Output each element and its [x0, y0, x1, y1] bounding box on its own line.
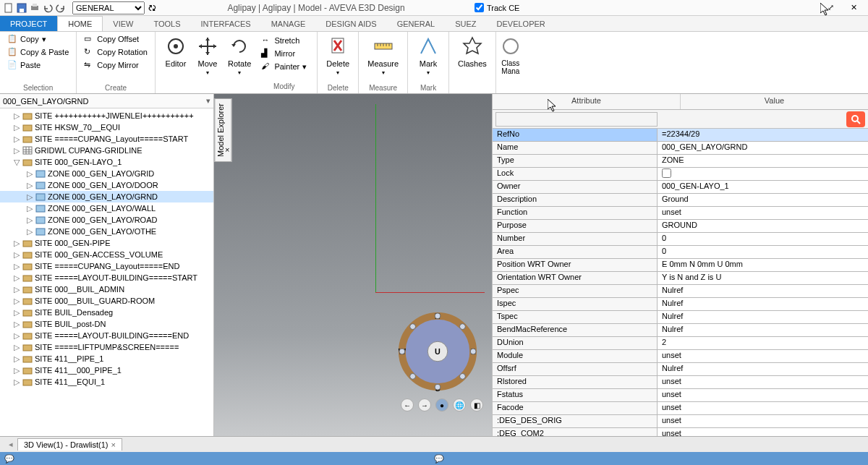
property-val[interactable]: 2	[658, 337, 868, 349]
property-val[interactable]: unset	[658, 350, 868, 362]
qat-refresh-icon[interactable]: 🗘	[146, 2, 158, 14]
redo-icon[interactable]	[55, 2, 67, 14]
property-row[interactable]: PurposeGROUND	[493, 220, 868, 233]
tree-expander-icon[interactable]: ▽	[12, 158, 22, 167]
property-row[interactable]: TypeZONE	[493, 155, 868, 168]
property-row[interactable]: Orientation WRT OwnerY is N and Z is U	[493, 272, 868, 285]
property-row[interactable]: OffsrfNulref	[493, 363, 868, 376]
ribbon-tab-project[interactable]: PROJECT	[0, 16, 57, 31]
ribbon-tab-view[interactable]: VIEW	[103, 16, 143, 31]
undo-icon[interactable]	[42, 2, 54, 14]
close-window-icon[interactable]: ✕	[845, 2, 862, 14]
tabs-prev-icon[interactable]: ◂	[4, 440, 17, 449]
editor-button[interactable]: Editor	[160, 33, 192, 92]
tree-expander-icon[interactable]: ▷	[12, 285, 22, 294]
ribbon-tab-developer[interactable]: DEVELOPER	[487, 16, 556, 31]
tree-expander-icon[interactable]: ▷	[12, 111, 22, 121]
expand-window-icon[interactable]: ⤢	[822, 2, 839, 14]
move-button[interactable]: Move▾	[192, 33, 224, 92]
mirror-button[interactable]: ▟Mirror	[258, 48, 310, 59]
property-val[interactable]: Nulref	[658, 311, 868, 323]
tree-node[interactable]: ▷ZONE 000_GEN_LAYO/DOOR	[0, 179, 213, 191]
tree-expander-icon[interactable]: ▷	[25, 192, 35, 202]
property-row[interactable]: Moduleunset	[493, 350, 868, 363]
mark-button[interactable]: Mark▾	[412, 33, 444, 77]
tree-expander-icon[interactable]: ▷	[25, 169, 35, 179]
tab-3d-view[interactable]: 3D View(1) - Drawlist(1) ×	[17, 438, 122, 451]
property-val[interactable]: Y is N and Z is U	[658, 272, 868, 284]
property-row[interactable]: Fstatusunset	[493, 389, 868, 402]
ribbon-tab-suez[interactable]: SUEZ	[445, 16, 486, 31]
property-val[interactable]: unset	[658, 389, 868, 401]
tree-expander-icon[interactable]: ▷	[12, 377, 22, 387]
view-prev-icon[interactable]: ←	[401, 398, 414, 411]
print-icon[interactable]	[29, 2, 41, 14]
ribbon-tab-tools[interactable]: TOOLS	[143, 16, 190, 31]
copy-paste-button[interactable]: 📋Copy & Paste	[4, 46, 72, 58]
property-val[interactable]	[658, 168, 868, 180]
copy-rotation-button[interactable]: ↻Copy Rotation	[81, 46, 150, 58]
property-val[interactable]: Nulref	[658, 298, 868, 310]
property-row[interactable]: Facodeunset	[493, 402, 868, 415]
3d-viewport[interactable]: Model Explorer × U N E S W	[214, 94, 492, 436]
property-val[interactable]: Ground	[658, 194, 868, 206]
property-row[interactable]: DescriptionGround	[493, 194, 868, 207]
ribbon-tab-interfaces[interactable]: INTERFACES	[191, 16, 261, 31]
property-val[interactable]: Nulref	[658, 324, 868, 336]
property-val[interactable]: 0	[658, 233, 868, 245]
tree-expander-icon[interactable]: ▷	[12, 250, 22, 260]
painter-button[interactable]: 🖌Painter ▾	[258, 61, 310, 72]
property-val[interactable]: unset	[658, 428, 868, 436]
tree-node[interactable]: ▽SITE 000_GEN-LAYO_1	[0, 156, 213, 168]
paste-button[interactable]: 📄Paste	[4, 59, 72, 71]
view-next-icon[interactable]: →	[418, 398, 431, 411]
close-icon[interactable]: ×	[111, 440, 116, 449]
chat-icon[interactable]: 💬	[434, 454, 444, 464]
stretch-button[interactable]: ↔Stretch	[258, 35, 310, 46]
property-val[interactable]: unset	[658, 402, 868, 414]
tree-expander-icon[interactable]: ▷	[12, 273, 22, 283]
tree-node[interactable]: ▷ZONE 000_GEN_LAYO/WALL	[0, 202, 213, 214]
breadcrumb-input[interactable]	[3, 97, 206, 106]
rotate-button[interactable]: Rotate▾	[224, 33, 255, 92]
property-row[interactable]: Lock	[493, 168, 868, 181]
property-row[interactable]: DUnion2	[493, 337, 868, 350]
tree-expander-icon[interactable]: ▷	[12, 146, 22, 155]
val-search-input[interactable]	[660, 112, 846, 127]
property-row[interactable]: BendMacReferenceNulref	[493, 324, 868, 337]
tree-node[interactable]: ▷SITE 000_GEN-PIPE	[0, 237, 213, 249]
copy-mirror-button[interactable]: ⇋Copy Mirror	[81, 59, 150, 71]
tree-node[interactable]: ▷SITE HKSW_70__EQUI	[0, 121, 213, 133]
ribbon-tab-general[interactable]: GENERAL	[387, 16, 446, 31]
tree-expander-icon[interactable]: ▷	[12, 123, 22, 132]
tree-node[interactable]: ▷SITE =====CUPANG_Layout=====END	[0, 260, 213, 272]
tree-expander-icon[interactable]: ▷	[12, 135, 22, 144]
property-val[interactable]: E 0mm N 0mm U 0mm	[658, 259, 868, 271]
new-icon[interactable]	[3, 2, 14, 14]
tree-expander-icon[interactable]: ▷	[25, 216, 35, 225]
tree-node[interactable]: ▷SITE =====LIFTPUMP&SCREEN=====	[0, 341, 213, 353]
track-ce-toggle[interactable]: Track CE	[475, 3, 822, 12]
view-cube-icon[interactable]: ◧	[470, 398, 483, 411]
clashes-button[interactable]: Clashes	[454, 33, 491, 69]
track-ce-checkbox[interactable]	[475, 3, 484, 12]
property-row[interactable]: PspecNulref	[493, 285, 868, 298]
measure-button[interactable]: Measure▾	[363, 33, 403, 77]
tree-expander-icon[interactable]: ▷	[12, 366, 22, 375]
model-tree[interactable]: ▷SITE +++++++++++JIWENLEI+++++++++++▷SIT…	[0, 108, 213, 436]
tree-node[interactable]: ▷ZONE 000_GEN_LAYO/GRID	[0, 168, 213, 179]
property-row[interactable]: Rlstoredunset	[493, 376, 868, 389]
delete-button[interactable]: Delete▾	[322, 33, 354, 77]
tree-node[interactable]: ▷SITE 000_GEN-ACCESS_VOLUME	[0, 249, 213, 260]
class-mgr-button[interactable]: Class Mana	[501, 33, 521, 77]
search-button[interactable]	[846, 111, 865, 127]
tree-expander-icon[interactable]: ▷	[12, 239, 22, 248]
property-val[interactable]: unset	[658, 376, 868, 388]
view-globe-icon[interactable]: 🌐	[453, 398, 466, 411]
tree-node[interactable]: ▷ZONE 000_GEN_LAYO/OTHE	[0, 226, 213, 237]
property-val[interactable]: Nulref	[658, 363, 868, 375]
chevron-down-icon[interactable]: ▾	[206, 96, 210, 106]
tree-node[interactable]: ▷SITE =====LAYOUT-BUILDING=====START	[0, 272, 213, 283]
tree-expander-icon[interactable]: ▷	[25, 204, 35, 213]
tree-node[interactable]: ▷ZONE 000_GEN_LAYO/GRND	[0, 191, 213, 202]
